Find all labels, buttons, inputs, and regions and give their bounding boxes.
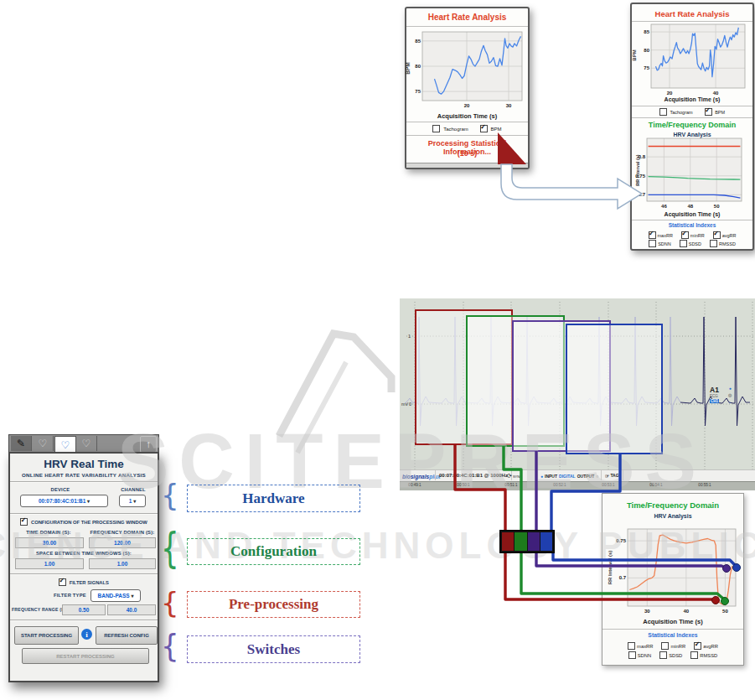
checkbox-icon[interactable] [681,231,689,239]
elbow-arrow [501,164,642,209]
rr-chart-b: 0.70.750.8464850 [632,134,751,211]
checkbox-icon[interactable] [690,651,698,659]
legend-row: Tachogram BPM [632,108,752,116]
target-icon[interactable]: ◎ [728,391,732,398]
freq-range-low-field[interactable]: 0.50 [62,604,106,615]
panel-footer-strip [406,163,528,168]
freq-range-label: FREQUENCY RANGE (Hz) [12,607,69,612]
sdnn-checkbox[interactable]: SDNN [649,240,671,247]
checkbox-icon[interactable] [649,240,656,247]
restart-processing-button[interactable]: RESTART PROCESSING [22,648,149,664]
svg-text:75: 75 [415,89,421,94]
minrr-checkbox[interactable]: minRR [661,642,685,650]
start-processing-button[interactable]: START PROCESSING [14,626,79,645]
time-domain-field[interactable]: 30.00 [15,537,84,548]
divider [10,513,158,515]
config-title: HRV Real Time [10,458,158,470]
hrv-analysis-subtitle: HRV Analysis [602,513,743,519]
checkbox-icon[interactable] [680,240,687,247]
timeline-tick: 00:51:1 [504,483,517,487]
channel-badge: CH1 [710,399,719,403]
checkbox-icon[interactable] [659,108,667,116]
chevron-down-icon[interactable]: ⌄ [728,398,732,405]
heart-icon: ♡ [61,439,70,451]
opensignals-tab-bar: ✎ ♡ ♡ ♡ ↑ [8,434,159,452]
channel-tools: ● ◎ ⌄ [728,385,732,405]
filter-signals-checkbox[interactable]: FILTER SIGNALS [10,578,158,586]
processing-window-checkbox[interactable]: CONFIGURATION OF THE PROCESSING WINDOW [10,518,158,526]
checkbox-icon[interactable] [480,125,488,132]
svg-text:80: 80 [644,48,649,53]
hand-icon: ☞ [605,473,609,479]
output-label: OUTPUT [577,474,595,479]
heart-rate-panel-second: Heart Rate Analysis 7580852040 BPM Acqui… [630,3,754,251]
tab-plug[interactable]: ✎ [11,436,32,451]
checkbox-label: Tachogram [670,110,692,115]
tab-hrv-active[interactable]: ♡ [54,436,76,453]
checkbox-icon[interactable] [59,578,66,586]
stats-row-1: maxRR minRR avgRR [602,642,743,650]
sdnn-checkbox[interactable]: SDNN [628,651,651,659]
logo-part-1: biosignals [402,474,429,480]
rmssd-checkbox[interactable]: RMSSD [690,651,717,659]
channel-name: A1 [710,386,719,394]
checkbox-label: SDSD [689,241,701,246]
tag-button[interactable]: ☞ TAG [601,470,623,480]
checkbox-icon[interactable] [659,651,667,659]
device-value: 00:07:80:4C:01:B1 [39,498,85,504]
checkbox-icon[interactable] [661,642,669,650]
svg-text:20: 20 [464,103,470,108]
refresh-config-button[interactable]: REFRESH CONFIG [96,626,158,645]
bpm-checkbox[interactable]: BPM [705,108,725,116]
checkbox-icon[interactable] [628,651,636,659]
device-label: DEVICE [10,487,111,492]
minrr-checkbox[interactable]: minRR [681,231,705,239]
checkbox-icon[interactable] [20,518,28,526]
legend-row: Tachogram BPM [406,125,528,132]
avgrr-checkbox[interactable]: avgRR [713,231,737,239]
svg-text:48: 48 [687,204,693,209]
maxrr-checkbox[interactable]: maxRR [628,642,653,650]
filter-type-value: BAND-PASS [98,593,130,599]
device-dropdown[interactable]: 00:07:80:4C:01:B1 ▾ [20,495,108,507]
rmssd-checkbox[interactable]: RMSSD [710,240,736,247]
maxrr-checkbox[interactable]: maxRR [649,231,673,239]
signal-options-icon[interactable]: ● [728,385,732,391]
config-subtitle: ONLINE HEART RATE VARIABILITY ANALYSIS [10,472,158,478]
checkbox-icon[interactable] [649,231,656,239]
checkbox-icon[interactable] [710,240,717,247]
tf-domain-title: Time/Frequency Domain [602,500,743,510]
checkbox-icon[interactable] [432,125,440,132]
freq-range-high-field[interactable]: 40.0 [107,604,156,615]
bpm-chart-b: 7580852040 [633,21,752,96]
svg-text:40: 40 [684,609,690,614]
sdsd-checkbox[interactable]: SDSD [659,651,682,659]
space-field-2[interactable]: 1.00 [89,558,156,569]
bpm-x-axis-label: Acquisition Time (s) [406,112,528,120]
divider [632,220,752,220]
tachogram-checkbox[interactable]: Tachogram [659,108,693,116]
tab-signal-1[interactable]: ♡ [33,436,54,451]
sdsd-checkbox[interactable]: SDSD [680,240,701,247]
checkbox-icon[interactable] [694,642,701,650]
share-button[interactable]: ↑ [140,436,157,453]
tab-signal-2[interactable]: ♡ [76,436,97,451]
switches-label: Switches [187,635,360,663]
bpm-checkbox[interactable]: BPM [480,125,502,132]
avgrr-checkbox[interactable]: avgRR [694,642,718,650]
tachogram-checkbox[interactable]: Tachogram [432,125,468,132]
hrv-main-panel: Time/Frequency Domain HRV Analysis 0.70.… [602,493,744,666]
checkbox-label: Tachogram [443,127,468,132]
checkbox-icon[interactable] [628,642,635,650]
sync-button[interactable]: ⟳ SYNC [507,470,522,482]
channel-dropdown[interactable]: 1 ▾ [119,495,146,507]
checkbox-icon[interactable] [713,231,721,239]
channel-info: A1 ECG CH1 [710,386,719,403]
timeline-strip[interactable]: 00:49:1 00:50:1 00:51:1 00:52:1 00:53:1 … [400,481,755,490]
info-icon[interactable]: i [81,629,92,640]
freq-domain-field[interactable]: 120.00 [89,537,156,548]
filter-type-dropdown[interactable]: BAND-PASS ▾ [90,589,141,602]
checkbox-label: maxRR [637,644,653,649]
space-field-1[interactable]: 1.00 [15,558,84,569]
checkbox-icon[interactable] [705,108,712,116]
